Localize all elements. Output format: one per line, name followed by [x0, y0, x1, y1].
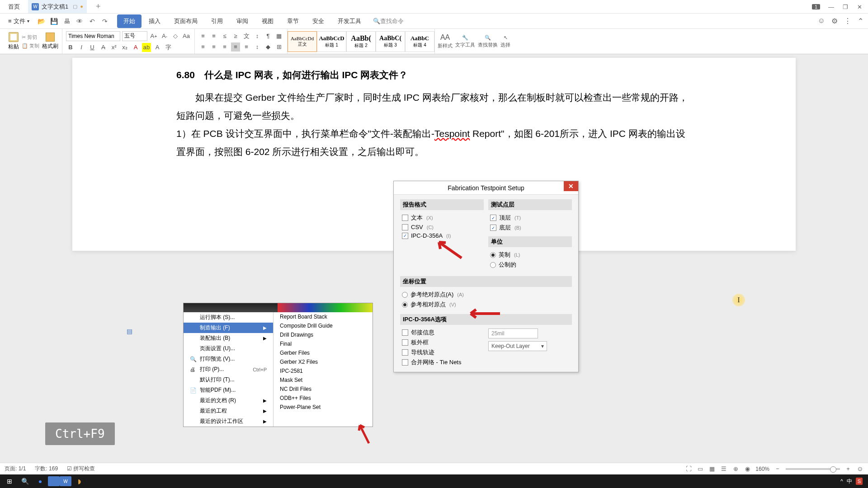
tab-start[interactable]: 开始 [117, 14, 142, 28]
copy-button[interactable]: 📋 复制 [22, 42, 39, 49]
page-indicator[interactable]: 页面: 1/1 [5, 465, 26, 473]
fullscreen-icon[interactable]: ⛶ [685, 465, 692, 473]
number-list-icon[interactable]: ≡ [209, 32, 218, 41]
submenu-item[interactable]: IPC-2581 [274, 366, 373, 375]
dialog-close-button[interactable]: ✕ [564, 181, 578, 191]
border-icon[interactable]: ▦ [274, 32, 283, 41]
menu-item[interactable]: 最近的工程▶ [184, 406, 273, 416]
submenu-item[interactable]: Final [274, 339, 373, 348]
font-name-select[interactable] [66, 31, 120, 41]
strike-icon[interactable]: A̶ [99, 43, 108, 52]
clear-format-icon[interactable]: ◇ [171, 32, 180, 41]
checkbox-csv[interactable]: CSV(C) [400, 223, 484, 231]
file-menu[interactable]: ≡ 文件 ▾ [5, 17, 33, 25]
smile-icon[interactable]: ☺ [818, 17, 825, 25]
redo-icon[interactable]: ↷ [101, 17, 109, 25]
style-h1[interactable]: AaBbCcD 标题 1 [317, 31, 346, 52]
search-command[interactable]: 🔍 查找命令 [373, 17, 404, 25]
align-justify-icon[interactable]: ≡ [231, 42, 240, 52]
bullet-list-icon[interactable]: ≡ [198, 32, 208, 41]
change-case-icon[interactable]: Aa [182, 32, 191, 41]
style-h2[interactable]: AaBb( 标题 2 [346, 31, 376, 52]
tab-review[interactable]: 审阅 [230, 14, 255, 28]
home-tab[interactable]: 首页 [0, 0, 28, 13]
text-tools-button[interactable]: 🔧 文字工具 [455, 35, 475, 48]
submenu-item[interactable]: Gerber X2 Files [274, 357, 373, 366]
word-count[interactable]: 字数: 169 [35, 465, 58, 473]
tab-pin-icon[interactable]: ▢ [73, 4, 77, 9]
style-body[interactable]: AaBbCcDd 正文 [288, 31, 317, 52]
radio-imperial[interactable]: 英制(L) [488, 250, 572, 260]
menu-item[interactable]: 装配输出 (B)▶ [184, 333, 273, 343]
radio-absolute[interactable]: 参考绝对原点(A)(A) [400, 290, 572, 300]
menu-item[interactable]: 最近的文档 (R)▶ [184, 395, 273, 406]
more-icon[interactable]: ⋮ [844, 17, 851, 25]
select-button[interactable]: ↖ 选择 [500, 35, 510, 48]
wps-icon[interactable]: W [60, 476, 71, 486]
chrome-icon[interactable]: ● [33, 475, 48, 487]
undo-icon[interactable]: ↶ [88, 17, 96, 25]
submenu-item[interactable]: Composite Drill Guide [274, 321, 373, 330]
submenu-item[interactable]: Power-Plane Set [274, 403, 373, 412]
collapse-icon[interactable]: ⌃ [858, 17, 863, 25]
spellcheck-toggle[interactable]: ☑ 拼写检查 [67, 465, 95, 473]
decrease-indent-icon[interactable]: ≤ [220, 32, 229, 41]
zoom-out-icon[interactable]: − [774, 465, 781, 473]
italic-icon[interactable]: I [77, 43, 86, 52]
submenu-item[interactable]: Mask Set [274, 375, 373, 385]
tab-security[interactable]: 安全 [306, 14, 330, 28]
ime-indicator[interactable]: 中 [847, 478, 852, 485]
sort-icon[interactable]: ↕ [253, 32, 262, 41]
radio-relative[interactable]: 参考相对原点(V) [400, 300, 572, 310]
submenu-item[interactable]: Gerber Files [274, 348, 373, 357]
checkbox-bottom[interactable]: ✓底层(B) [488, 223, 572, 233]
save-icon[interactable]: 💾 [50, 17, 58, 25]
adjacency-distance-input[interactable] [488, 328, 538, 338]
eye-icon[interactable]: ◉ [744, 465, 751, 473]
submenu-item[interactable]: ODB++ Files [274, 394, 373, 403]
format-painter-button[interactable]: 格式刷 [42, 33, 58, 50]
checkbox-tracks[interactable]: 导线轨迹 [400, 347, 484, 357]
cut-button[interactable]: ✂ 剪切 [22, 34, 39, 41]
find-replace-button[interactable]: 🔍 查找替换 [478, 35, 498, 48]
align-distribute-icon[interactable]: ≡ [242, 42, 251, 52]
menu-item[interactable]: 页面设置 (U)... [184, 343, 273, 354]
decrease-font-icon[interactable]: A- [160, 32, 169, 41]
menu-item[interactable]: 制造输出 (F)▶ [184, 323, 273, 333]
paragraph-mark-icon[interactable]: ▤ [127, 328, 132, 335]
page-view-icon[interactable]: ▦ [708, 465, 716, 473]
fit-icon[interactable]: ⊙ [856, 465, 863, 473]
increase-font-icon[interactable]: A+ [149, 32, 158, 41]
minimize-button[interactable]: — [828, 4, 835, 10]
zoom-slider[interactable] [786, 468, 840, 470]
checkbox-adjacency[interactable]: 邻接信息 [400, 328, 484, 338]
tab-chapter[interactable]: 章节 [281, 14, 305, 28]
radio-metric[interactable]: 公制的 [488, 260, 572, 270]
tray-chevron-icon[interactable]: ^ [840, 478, 843, 484]
zoom-level[interactable]: 160% [755, 466, 769, 472]
align-center-icon[interactable]: ≡ [209, 42, 218, 52]
style-h4[interactable]: AaBbC 标题 4 [405, 31, 434, 52]
menu-item[interactable]: 最近的设计工作区▶ [184, 416, 273, 427]
tab-view[interactable]: 视图 [255, 14, 280, 28]
document-tab[interactable]: W 文字文稿1 ▢ ● [28, 0, 87, 13]
checkbox-ipc[interactable]: ✓IPC-D-356A(I) [400, 231, 484, 240]
checkbox-top[interactable]: ✓顶层(T) [488, 213, 572, 223]
show-marks-icon[interactable]: ¶ [264, 32, 273, 41]
close-button[interactable]: ✕ [857, 4, 863, 10]
menu-item[interactable]: 默认打印 (T)... [184, 375, 273, 385]
submenu-item[interactable]: Drill Drawings [274, 330, 373, 339]
notification-badge[interactable]: 1 [812, 4, 820, 9]
submenu-item[interactable]: NC Drill Files [274, 385, 373, 394]
print-icon[interactable]: 🖶 [63, 17, 71, 25]
text-direction-icon[interactable]: 文 [242, 32, 251, 41]
menu-item[interactable]: 🔍打印预览 (V)... [184, 354, 273, 364]
start-button[interactable]: ⊞ [2, 475, 17, 487]
font-color2-icon[interactable]: A [153, 43, 162, 52]
phonetic-icon[interactable]: 字 [164, 43, 173, 52]
tab-reference[interactable]: 引用 [205, 14, 229, 28]
subscript-icon[interactable]: x₂ [120, 43, 129, 52]
submenu-item[interactable]: Report Board Stack [274, 312, 373, 321]
new-tab-button[interactable]: + [96, 2, 101, 11]
sogou-ime-icon[interactable]: S [856, 478, 863, 485]
